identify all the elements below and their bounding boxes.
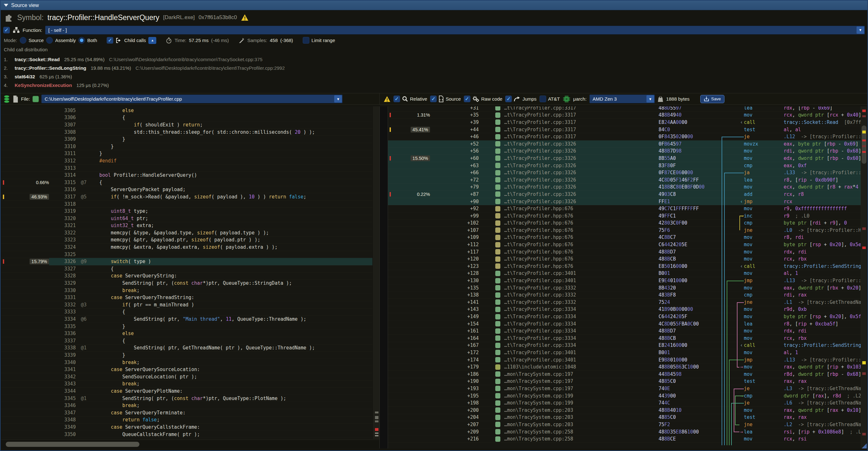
- radio-both-circle[interactable]: [78, 37, 85, 43]
- source-line[interactable]: 3346 break;: [1, 402, 372, 409]
- asm-location[interactable]: …t\TracyProfiler.hpp:676: [504, 249, 641, 255]
- source-line[interactable]: 3333 {: [1, 309, 372, 316]
- source-line[interactable]: 3320 uint64_t ptr;: [1, 215, 372, 222]
- source-line[interactable]: 3338 @1 SendString( ptr, GetThreadName( …: [1, 344, 372, 352]
- child-call-entry[interactable]: 3. stat64i32 625 μs (1.36%): [4, 72, 864, 81]
- asm-location[interactable]: …mon\TracySystem.cpp:199: [504, 400, 641, 406]
- source-line[interactable]: 3311 }: [1, 150, 372, 158]
- asm-row[interactable]: +66 …t\TracyProfiler.cpp:3326 0F87CE0600…: [388, 169, 867, 176]
- asm-location[interactable]: …t\TracyProfiler.hpp:676: [504, 263, 641, 269]
- source-toggle[interactable]: Source: [430, 95, 461, 102]
- function-checkbox[interactable]: [3, 27, 10, 33]
- asm-row[interactable]: +79 …t\TracyProfiler.cpp:3326 418B8C80E0…: [388, 184, 867, 191]
- asm-location[interactable]: …t\TracyProfiler.hpp:676: [504, 228, 641, 233]
- relative-checkbox[interactable]: [394, 95, 400, 102]
- asm-location[interactable]: …t\TracyProfiler.cpp:3326: [504, 191, 641, 197]
- source-line[interactable]: 3347 case ServerQueryTerminate:: [1, 409, 372, 417]
- asm-row[interactable]: +172 …t\TracyProfiler.cpp:3401 B001 mov …: [388, 349, 867, 356]
- source-line[interactable]: 3323 memcpy( &ptr, &payload.ptr, sizeof(…: [1, 237, 372, 244]
- asm-location[interactable]: …t\TracyProfiler.hpp:676: [504, 220, 641, 226]
- asm-location[interactable]: …mon\TracySystem.cpp:258: [504, 436, 641, 442]
- source-line[interactable]: 3305 else: [1, 107, 372, 114]
- source-line[interactable]: 3341 case ServerQuerySourceLocation:: [1, 366, 372, 373]
- child-calls-expand-button[interactable]: ▲: [148, 37, 156, 44]
- pane-divider[interactable]: [379, 107, 388, 448]
- asm-location[interactable]: …t\TracyProfiler.cpp:3334: [504, 328, 641, 334]
- asm-row[interactable]: +200 …mon\TracySystem.cpp:203 488B4010 m…: [388, 407, 867, 414]
- asm-row[interactable]: +138 …t\TracyProfiler.cpp:3332 483BF8 cm…: [388, 292, 867, 299]
- source-line[interactable]: 46.93% 3317 @5 if( !m_sock->Read( &paylo…: [1, 193, 372, 201]
- asm-row[interactable]: +193 …mon\TracySystem.cpp:197 740E je .L…: [388, 385, 867, 392]
- asm-location[interactable]: …t\TracyProfiler.cpp:3326: [504, 199, 641, 205]
- source-line[interactable]: 3309 }: [1, 136, 372, 143]
- asm-location[interactable]: …t\TracyProfiler.cpp:3332: [504, 292, 641, 298]
- source-line[interactable]: 3331 case ServerQueryThreadString:: [1, 294, 372, 301]
- asm-row[interactable]: +130 …t\TracyProfiler.cpp:3401 E9E401000…: [388, 277, 867, 284]
- source-line[interactable]: 3349 case ServerQueryCallstackFrame:: [1, 424, 372, 431]
- asm-row[interactable]: +63 …t\TracyProfiler.cpp:3326 83F80F cmp…: [388, 162, 867, 170]
- source-line[interactable]: 3308 std::this_thread::sleep_for( std::c…: [1, 129, 372, 136]
- asm-location[interactable]: …t\TracyProfiler.cpp:3401: [504, 270, 641, 276]
- asm-location[interactable]: …t\TracyProfiler.cpp:3401: [504, 278, 641, 283]
- asm-row[interactable]: 1.31% +35 …t\TracyProfiler.cpp:3317 488B…: [388, 112, 867, 119]
- asm-row[interactable]: +149 …t\TracyProfiler.cpp:3334 C64424205…: [388, 313, 867, 321]
- source-line[interactable]: 3348 return false;: [1, 417, 372, 424]
- radio-both[interactable]: Both: [78, 37, 97, 43]
- child-calls-toggle[interactable]: Child calls: [106, 37, 146, 43]
- source-line[interactable]: 3313: [1, 165, 372, 172]
- source-line[interactable]: 3306 {: [1, 114, 372, 122]
- source-line[interactable]: 3328 case ServerQueryString:: [1, 273, 372, 280]
- asm-location[interactable]: …t\TracyProfiler.cpp:3326: [504, 184, 641, 190]
- att-checkbox[interactable]: [539, 95, 546, 102]
- chevron-down-icon[interactable]: ▼: [857, 26, 864, 34]
- source-line[interactable]: 3329 SendString( ptr, (const char*)ptr, …: [1, 280, 372, 287]
- asm-row[interactable]: +90 …t\TracyProfiler.cpp:3326 FFE1 ‹ jmp…: [388, 198, 867, 205]
- asm-location[interactable]: …t\TracyProfiler.cpp:3332: [504, 285, 641, 291]
- asm-row[interactable]: +102 …t\TracyProfiler.hpp:676 42803C0F00…: [388, 220, 867, 227]
- chevron-down-icon[interactable]: ▼: [334, 95, 342, 102]
- asm-location[interactable]: …t\TracyProfiler.cpp:3334: [504, 335, 641, 341]
- source-line[interactable]: 3332 @3 if( ptr == m_mainThread ): [1, 301, 372, 309]
- asm-row[interactable]: +190 …mon\TracySystem.cpp:197 4885C0 tes…: [388, 378, 867, 385]
- asm-location[interactable]: …t\TracyProfiler.cpp:3326: [504, 163, 641, 169]
- asm-location[interactable]: …mon\TracySystem.cpp:258: [504, 429, 641, 435]
- asm-location[interactable]: …t\TracyProfiler.cpp:3317: [504, 119, 641, 125]
- asm-row[interactable]: 45.41% +44 …t\TracyProfiler.cpp:3317 84C…: [388, 126, 867, 133]
- asm-location[interactable]: …t\TracyProfiler.hpp:676: [504, 213, 641, 219]
- source-horizontal-scrollbar[interactable]: [1, 440, 379, 448]
- resize-grip[interactable]: [862, 443, 867, 448]
- source-line[interactable]: 0.66% 3315 @7 {: [1, 179, 372, 186]
- source-line[interactable]: 3319 uint8_t type;: [1, 208, 372, 215]
- asm-location[interactable]: …1103\include\atomic:1048: [504, 364, 641, 370]
- asm-location[interactable]: …t\TracyProfiler.cpp:3401: [504, 350, 641, 356]
- asm-location[interactable]: …t\TracyProfiler.cpp:3332: [504, 299, 641, 305]
- asm-row[interactable]: +56 …t\TracyProfiler.cpp:3326 488B7D98 m…: [388, 148, 867, 155]
- asm-location[interactable]: …mon\TracySystem.cpp:197: [504, 371, 641, 377]
- att-toggle[interactable]: AT&T: [539, 95, 560, 102]
- asm-location[interactable]: …t\TracyProfiler.cpp:3326: [504, 170, 641, 176]
- limit-range-toggle[interactable]: Limit range: [303, 37, 335, 43]
- asm-row[interactable]: 0.22% +87 …t\TracyProfiler.cpp:3326 4903…: [388, 191, 867, 198]
- source-line[interactable]: 3330 break;: [1, 287, 372, 294]
- chevron-down-icon[interactable]: ▼: [647, 95, 654, 102]
- source-line[interactable]: 3310 }: [1, 143, 372, 150]
- source-line[interactable]: 3316 ServerQueryPacket payload;: [1, 186, 372, 194]
- asm-row[interactable]: +198 …mon\TracySystem.cpp:199 744C je .L…: [388, 399, 867, 407]
- asm-row[interactable]: +39 …t\TracyProfiler.cpp:3317 E824AA0000…: [388, 119, 867, 126]
- source-line[interactable]: 3314 bool Profiler::HandleServerQuery(): [1, 172, 372, 179]
- source-line[interactable]: 3342 SendSourceLocation( ptr );: [1, 373, 372, 381]
- source-line[interactable]: 3334 @6 SendString( ptr, "Main thread", …: [1, 315, 372, 323]
- asm-location[interactable]: …mon\TracySystem.cpp:197: [504, 386, 641, 391]
- asm-location[interactable]: …mon\TracySystem.cpp:203: [504, 414, 641, 420]
- asm-location[interactable]: …t\TracyProfiler.cpp:3326: [504, 141, 641, 147]
- radio-source[interactable]: Source: [20, 37, 44, 43]
- asm-location[interactable]: …t\TracyProfiler.cpp:3326: [504, 155, 641, 161]
- child-calls-checkbox[interactable]: [106, 37, 113, 43]
- asm-location[interactable]: …t\TracyProfiler.cpp:3401: [504, 357, 641, 363]
- file-combo[interactable]: C:\Users\wolf\Desktop\darkrl\contrib\tra…: [41, 95, 342, 103]
- source-line[interactable]: 3327 {: [1, 265, 372, 273]
- asm-row[interactable]: +107 …t\TracyProfiler.hpp:676 75F6 jne .…: [388, 227, 867, 234]
- source-line[interactable]: 3307 if( shouldExit ) return;: [1, 121, 372, 129]
- asm-row[interactable]: +174 …t\TracyProfiler.cpp:3401 E9B801000…: [388, 356, 867, 364]
- asm-location[interactable]: …mon\TracySystem.cpp:203: [504, 408, 641, 413]
